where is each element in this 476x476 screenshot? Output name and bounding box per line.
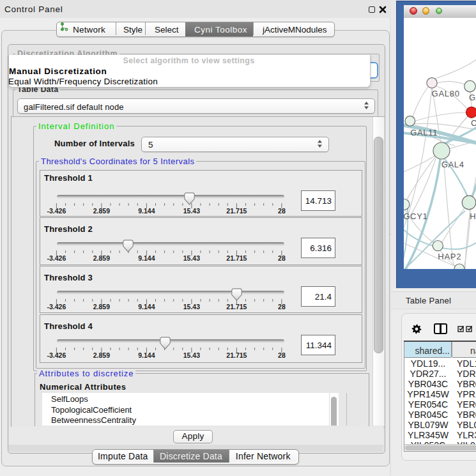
svg-text:GA: GA bbox=[469, 93, 476, 102]
svg-text:C: C bbox=[471, 118, 476, 128]
svg-text:GAL80: GAL80 bbox=[432, 89, 460, 98]
svg-text:GAL11: GAL11 bbox=[410, 128, 438, 137]
svg-text:GCY1: GCY1 bbox=[404, 211, 428, 221]
svg-text:HAP2: HAP2 bbox=[438, 252, 461, 261]
svg-text:GAL4: GAL4 bbox=[441, 160, 464, 169]
svg-text:H: H bbox=[470, 211, 476, 221]
